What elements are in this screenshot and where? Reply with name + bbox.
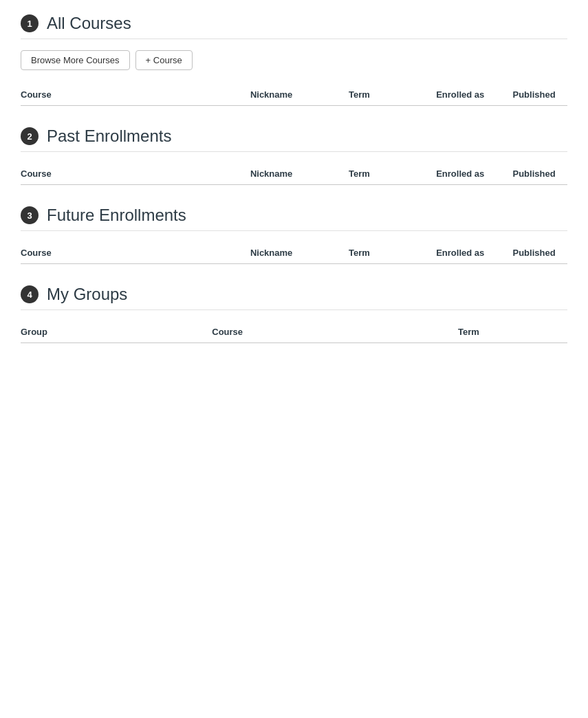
- section-number-4: 4: [21, 285, 39, 303]
- future-enrollments-table-header-row: Course Nickname Term Enrolled as Publish…: [21, 242, 567, 264]
- future-enrollments-section: 3 Future Enrollments Course Nickname Ter…: [21, 206, 567, 264]
- past-enrollments-table-header-row: Course Nickname Term Enrolled as Publish…: [21, 163, 567, 185]
- divider-3: [21, 230, 567, 231]
- th-course-2: Course: [21, 163, 250, 185]
- th-published-1: Published: [512, 84, 567, 106]
- add-course-button[interactable]: + Course: [135, 50, 193, 70]
- future-enrollments-header: 3 Future Enrollments: [21, 206, 567, 225]
- browse-more-courses-button[interactable]: Browse More Courses: [21, 50, 130, 70]
- past-enrollments-table: Course Nickname Term Enrolled as Publish…: [21, 163, 567, 185]
- all-courses-title: All Courses: [47, 14, 131, 33]
- section-number-3: 3: [21, 206, 39, 224]
- th-term-1: Term: [349, 84, 436, 106]
- th-course-3: Course: [21, 242, 250, 264]
- all-courses-section: 1 All Courses Browse More Courses + Cour…: [21, 14, 567, 106]
- past-enrollments-title: Past Enrollments: [47, 127, 171, 146]
- my-groups-table-header-row: Group Course Term: [21, 321, 567, 343]
- section-number-2: 2: [21, 127, 39, 145]
- th-enrolled-2: Enrolled as: [436, 163, 512, 185]
- future-enrollments-table: Course Nickname Term Enrolled as Publish…: [21, 242, 567, 264]
- th-gterm: Term: [458, 321, 567, 343]
- th-nickname-3: Nickname: [250, 242, 349, 264]
- my-groups-table: Group Course Term: [21, 321, 567, 343]
- th-group: Group: [21, 321, 212, 343]
- th-nickname-2: Nickname: [250, 163, 349, 185]
- page-container: 1 All Courses Browse More Courses + Cour…: [0, 0, 588, 378]
- th-term-3: Term: [349, 242, 436, 264]
- divider-2: [21, 151, 567, 152]
- divider-1: [21, 39, 567, 39]
- my-groups-header: 4 My Groups: [21, 285, 567, 304]
- th-published-2: Published: [512, 163, 567, 185]
- th-term-2: Term: [349, 163, 436, 185]
- all-courses-table: Course Nickname Term Enrolled as Publish…: [21, 84, 567, 106]
- past-enrollments-section: 2 Past Enrollments Course Nickname Term …: [21, 127, 567, 185]
- future-enrollments-title: Future Enrollments: [47, 206, 186, 225]
- my-groups-title: My Groups: [47, 285, 127, 304]
- th-enrolled-1: Enrolled as: [436, 84, 512, 106]
- th-gcourse: Course: [212, 321, 458, 343]
- th-published-3: Published: [512, 242, 567, 264]
- my-groups-section: 4 My Groups Group Course Term: [21, 285, 567, 343]
- th-enrolled-3: Enrolled as: [436, 242, 512, 264]
- all-courses-toolbar: Browse More Courses + Course: [21, 50, 567, 70]
- all-courses-table-header-row: Course Nickname Term Enrolled as Publish…: [21, 84, 567, 106]
- th-nickname-1: Nickname: [250, 84, 349, 106]
- divider-4: [21, 309, 567, 310]
- section-number-1: 1: [21, 14, 39, 32]
- th-course-1: Course: [21, 84, 250, 106]
- past-enrollments-header: 2 Past Enrollments: [21, 127, 567, 146]
- all-courses-header: 1 All Courses: [21, 14, 567, 33]
